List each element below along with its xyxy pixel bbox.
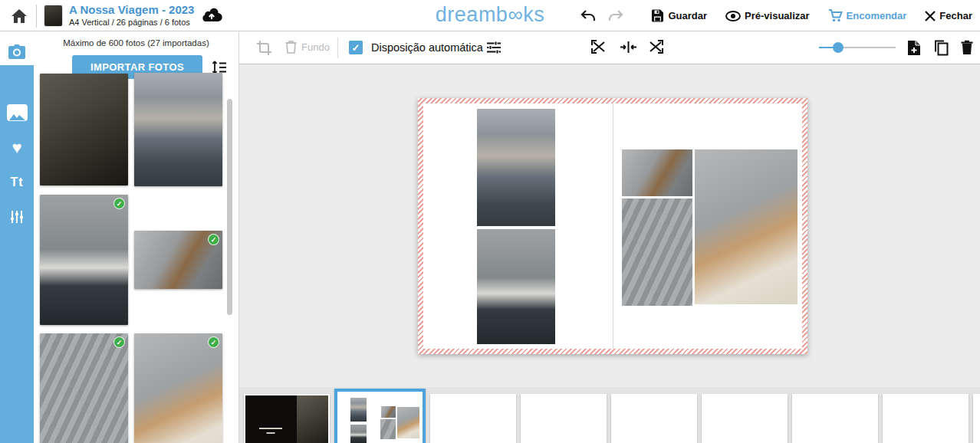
mini-photo bbox=[397, 407, 419, 438]
photos-scrollbar[interactable] bbox=[227, 99, 232, 315]
editor-area: Fundo ✓ Disposição automática bbox=[239, 31, 980, 443]
selected-check-icon: ✓ bbox=[113, 198, 125, 209]
layout-options-icon[interactable] bbox=[486, 41, 502, 54]
text-tool-icon: Tt bbox=[10, 176, 23, 189]
page-thumbnail-cover[interactable] bbox=[244, 394, 330, 443]
home-icon[interactable] bbox=[10, 8, 28, 25]
order-button[interactable]: Encomendar bbox=[828, 9, 907, 22]
gallery-icon bbox=[7, 104, 28, 121]
heart-icon: ♥ bbox=[12, 140, 21, 156]
photo-row: ✓✓ bbox=[40, 195, 222, 325]
cover-subtitle-line bbox=[267, 432, 275, 434]
redo-icon[interactable] bbox=[608, 10, 623, 22]
sidebar-item-photos[interactable] bbox=[0, 97, 34, 128]
page-thumbnail-blank-4[interactable] bbox=[702, 394, 788, 443]
save-button[interactable]: Guardar bbox=[651, 9, 707, 22]
page-fold-line bbox=[613, 103, 613, 349]
cover-black-panel bbox=[245, 395, 297, 443]
top-bar: A Nossa Viagem - 2023 A4 Vertical / 26 p… bbox=[0, 0, 980, 31]
canvas[interactable] bbox=[239, 64, 980, 387]
spread-toolbar: Fundo ✓ Disposição automática bbox=[239, 31, 980, 64]
eye-icon bbox=[725, 11, 741, 21]
cart-icon bbox=[828, 9, 843, 22]
shuffle-right-icon[interactable] bbox=[648, 40, 664, 54]
page-thumbnail-blank-7[interactable] bbox=[973, 394, 980, 443]
mini-photo bbox=[380, 419, 396, 439]
photo-thumbnail-woman-reaching-from-boat[interactable] bbox=[134, 73, 222, 186]
selected-check-icon: ✓ bbox=[208, 234, 219, 245]
photo-row: ✓✓ bbox=[40, 333, 222, 443]
spread-bleed-area bbox=[418, 98, 807, 354]
auto-layout-checkbox[interactable]: ✓ bbox=[349, 41, 363, 54]
pages-strip bbox=[239, 387, 980, 443]
selected-check-icon: ✓ bbox=[208, 336, 219, 348]
sidebar-item-text[interactable]: Tt bbox=[0, 167, 34, 198]
page-thumbnail-blank-2[interactable] bbox=[521, 394, 607, 443]
project-subtitle: A4 Vertical / 26 páginas / 6 fotos bbox=[69, 17, 194, 28]
zoom-slider-thumb[interactable] bbox=[833, 42, 844, 53]
page-thumbnail-current-spread[interactable] bbox=[334, 389, 426, 443]
camera-icon bbox=[8, 44, 26, 60]
shuffle-left-icon[interactable] bbox=[590, 40, 607, 54]
photo-thumbnail-woman-sitting-in-boat[interactable]: ✓ bbox=[40, 195, 128, 325]
photo-limit-label: Máximo de 600 fotos (27 importadas) bbox=[34, 38, 238, 48]
background-delete-button[interactable]: Fundo bbox=[285, 40, 330, 54]
undo-icon[interactable] bbox=[580, 10, 596, 22]
order-label: Encomendar bbox=[847, 10, 907, 21]
spread-pages bbox=[423, 103, 802, 349]
topbar-divider bbox=[36, 5, 37, 28]
toolbar-divider bbox=[337, 38, 338, 58]
photo-slot-woman-reaching-from-boat[interactable] bbox=[477, 109, 555, 226]
project-info: A Nossa Viagem - 2023 A4 Vertical / 26 p… bbox=[69, 3, 194, 28]
mini-photo bbox=[350, 398, 367, 422]
page-thumbnail-blank-6[interactable] bbox=[883, 394, 968, 443]
page-thumbnail-blank-5[interactable] bbox=[792, 394, 878, 443]
page-thumbnail-blank-3[interactable] bbox=[611, 394, 697, 443]
duplicate-page-icon[interactable] bbox=[934, 40, 949, 56]
selected-check-icon: ✓ bbox=[113, 336, 125, 348]
sidebar-item-camera[interactable] bbox=[0, 37, 34, 67]
preview-label: Pré-visualizar bbox=[745, 10, 810, 21]
photo-thumbnail-couple-on-stairs[interactable] bbox=[40, 74, 128, 185]
crop-icon[interactable] bbox=[256, 40, 272, 56]
photos-panel: Máximo de 600 fotos (27 importadas) IMPO… bbox=[34, 31, 239, 443]
auto-layout-label: Disposição automática bbox=[371, 41, 483, 54]
close-label: Fechar bbox=[939, 10, 972, 21]
close-icon bbox=[925, 11, 936, 21]
cover-title-line bbox=[259, 428, 282, 429]
photo-slot-man-leaning-on-rocks[interactable] bbox=[622, 199, 692, 306]
save-label: Guardar bbox=[668, 10, 707, 21]
photo-thumbnail-couple-standing[interactable]: ✓ bbox=[134, 231, 222, 289]
project-title[interactable]: A Nossa Viagem - 2023 bbox=[69, 3, 194, 17]
background-label: Fundo bbox=[301, 41, 330, 53]
photo-slot-woman-with-hat[interactable] bbox=[695, 149, 797, 304]
book-cover-thumbnail[interactable] bbox=[44, 5, 62, 26]
cover-photo bbox=[297, 395, 328, 443]
checkmark-glyph: ✓ bbox=[352, 42, 360, 54]
photo-thumbnail-woman-with-hat[interactable]: ✓ bbox=[134, 333, 222, 443]
merge-pages-icon[interactable] bbox=[620, 40, 637, 54]
photo-slot-couple-standing[interactable] bbox=[622, 149, 692, 196]
brand-infinity-glyph: ∞ bbox=[508, 3, 523, 26]
mini-photo bbox=[381, 406, 396, 418]
rail-blue-panel: ♥ Tt bbox=[0, 65, 34, 443]
cloud-sync-icon[interactable] bbox=[201, 7, 222, 22]
close-button[interactable]: Fechar bbox=[925, 10, 972, 21]
trash-outline-icon bbox=[285, 40, 297, 54]
photo-row bbox=[40, 73, 222, 186]
photo-thumbnail-man-leaning-on-rocks[interactable]: ✓ bbox=[40, 333, 128, 443]
sidebar-item-settings[interactable] bbox=[0, 202, 34, 232]
preview-button[interactable]: Pré-visualizar bbox=[725, 10, 810, 21]
page-thumbnail-blank-1[interactable] bbox=[430, 394, 516, 443]
add-page-icon[interactable] bbox=[907, 40, 921, 56]
icon-rail: ♥ Tt bbox=[0, 31, 34, 443]
zoom-slider[interactable] bbox=[819, 42, 896, 53]
sidebar-item-favorites[interactable]: ♥ bbox=[0, 133, 34, 163]
save-icon bbox=[651, 9, 664, 22]
topbar-actions: Guardar Pré-visualizar Encomendar Fechar bbox=[580, 0, 972, 31]
delete-page-icon[interactable] bbox=[961, 40, 973, 55]
photo-slot-woman-sitting-in-boat[interactable] bbox=[477, 229, 555, 344]
photo-grid: ✓✓✓✓ bbox=[40, 73, 222, 443]
vertical-sliders-icon bbox=[10, 210, 24, 224]
mini-photo bbox=[350, 425, 367, 443]
